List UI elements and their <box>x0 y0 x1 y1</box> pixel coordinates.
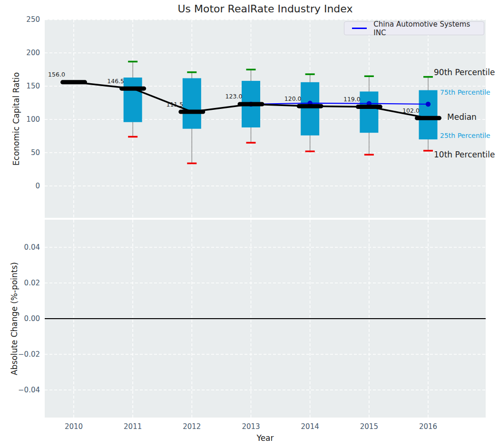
y-tick-label: 0.04 <box>0 243 40 252</box>
x-tick-label: 2013 <box>232 422 270 431</box>
y-tick-label: 0.00 <box>0 314 40 323</box>
x-tick-label: 2016 <box>409 422 447 431</box>
y-tick-label: 200 <box>0 49 40 57</box>
x-tick-label: 2015 <box>350 422 388 431</box>
median-marker <box>178 110 205 114</box>
y-tick-label: 150 <box>0 82 40 90</box>
annotation-q3: 75th Percentile <box>440 88 490 96</box>
median-value-label: 111.5 <box>166 101 183 108</box>
legend-label: China Automotive Systems INC <box>373 20 479 37</box>
median-marker <box>297 104 323 108</box>
x-axis-label: Year <box>45 433 486 443</box>
chart-title: Us Motor RealRate Industry Index <box>45 3 486 15</box>
quartile-box <box>124 78 142 122</box>
x-tick-label: 2012 <box>173 422 211 431</box>
company-marker-dot <box>426 102 431 107</box>
x-tick-label: 2010 <box>55 422 93 431</box>
x-tick-label: 2011 <box>114 422 152 431</box>
top-axes-plot: 156.0146.5111.5123.0120.0119.0102.0 <box>45 19 486 218</box>
annotation-p90: 90th Percentile <box>434 68 495 77</box>
median-value-label: 102.0 <box>402 107 420 114</box>
chart-figure: Us Motor RealRate Industry Index 156.014… <box>0 0 499 448</box>
quartile-box <box>419 90 438 139</box>
x-tick-label: 2014 <box>291 422 329 431</box>
median-value-label: 119.0 <box>343 96 361 103</box>
median-marker <box>119 87 146 91</box>
median-value-label: 123.0 <box>225 93 243 100</box>
y-tick-label: 0.02 <box>0 279 40 287</box>
bottom-axes-plot <box>45 220 486 418</box>
median-marker <box>60 80 87 84</box>
median-marker <box>238 102 264 106</box>
y-tick-label: 250 <box>0 15 40 24</box>
median-marker <box>356 105 382 109</box>
y-tick-label: −0.02 <box>0 350 40 359</box>
median-marker <box>415 116 441 120</box>
median-value-label: 146.5 <box>107 78 124 85</box>
quartile-box <box>183 78 201 128</box>
annotation-q1: 25th Percentile <box>440 132 490 139</box>
annotation-p10: 10th Percentile <box>434 150 495 159</box>
quartile-box <box>360 91 378 133</box>
legend-line-sample <box>352 28 367 29</box>
median-value-label: 156.0 <box>48 71 65 78</box>
y-tick-label: 0 <box>0 182 40 190</box>
median-value-label: 120.0 <box>284 95 302 102</box>
quartile-box <box>301 82 319 136</box>
y-tick-label: 50 <box>0 148 40 157</box>
annotation-median: Median <box>447 112 477 122</box>
y-tick-label: 100 <box>0 115 40 124</box>
legend-box: China Automotive Systems INC <box>344 21 484 35</box>
y-tick-label: −0.04 <box>0 386 40 394</box>
company-line <box>251 103 429 104</box>
